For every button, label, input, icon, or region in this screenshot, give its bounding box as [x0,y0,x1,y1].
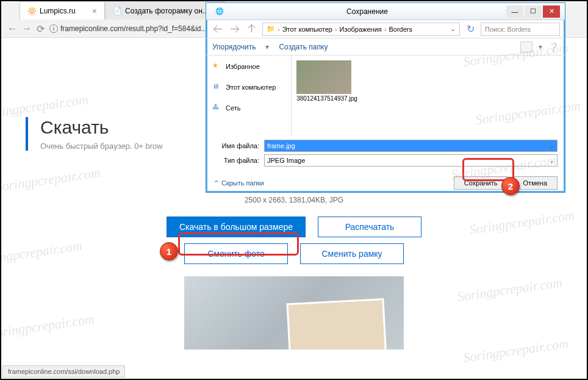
save-button[interactable]: Сохранить [454,176,508,190]
save-dialog: 🌐 Сохранение — ☐ ✕ 🡠 🡢 🡡 📁 › Этот компью… [206,2,565,193]
breadcrumb-item[interactable]: Borders [389,26,412,33]
result-preview-image [184,276,404,350]
filename-label: Имя файла: [213,142,259,149]
breadcrumb[interactable]: 📁 › Этот компьютер › Изображения › Borde… [262,23,460,36]
sidebar-item-favorites[interactable]: ★ Избранное [211,59,286,74]
minimize-icon[interactable]: — [506,5,523,18]
download-large-button[interactable]: Скачать в большом размере [167,217,306,237]
search-input[interactable]: Поиск: Borders [481,23,560,36]
dialog-titlebar: 🌐 Сохранение — ☐ ✕ [206,3,565,20]
dialog-sidebar: ★ Избранное 🖥 Этот компьютер 🖧 Сеть [206,56,292,136]
favicon-icon: 🔆 [27,7,36,15]
filetype-value: JPEG Image [267,157,305,164]
file-grid[interactable]: 380124137514937.jpg [292,56,565,136]
chevron-up-icon: ⌃ [213,179,219,187]
dialog-toolbar: Упорядочить▾ Создать папку ▾ ❔ [206,38,565,56]
sidebar-label: Этот компьютер [226,84,276,91]
maximize-icon[interactable]: ☐ [525,5,542,18]
url-text: framepiconline.com/result.php?id_f=584&i… [60,24,207,33]
result-meta: 2500 x 2663, 1381,04KB, JPG [26,196,562,204]
network-icon: 🖧 [212,103,222,113]
close-icon[interactable]: × [92,6,97,16]
reload-icon[interactable]: ⟳ [37,23,45,35]
breadcrumb-item[interactable]: Этот компьютер [282,26,332,33]
dialog-nav: 🡠 🡢 🡡 📁 › Этот компьютер › Изображения ›… [206,20,565,38]
up-icon[interactable]: 🡡 [245,23,259,36]
forward-icon[interactable]: → [22,23,32,34]
tab-title: Создать фоторамку он... [125,7,209,15]
annotation-marker-1: 1 [160,242,178,260]
organize-menu[interactable]: Упорядочить [212,43,256,51]
result-area: Рамка готова 2500 x 2663, 1381,04KB, JPG… [26,175,562,350]
filename-value: frame.jpg [267,142,295,149]
computer-icon: 🖥 [212,82,222,92]
breadcrumb-item[interactable]: Изображения [340,26,382,33]
change-frame-button[interactable]: Сменить рамку [300,243,404,264]
filetype-select[interactable]: JPEG Image ⌄ [264,154,558,167]
new-folder-button[interactable]: Создать папку [279,43,328,51]
sidebar-item-network[interactable]: 🖧 Сеть [211,101,286,115]
dialog-title: Сохранение [228,7,506,16]
filetype-label: Тип файла: [213,157,259,164]
favicon-icon: 📄 [113,7,121,15]
dialog-fields: Имя файла: frame.jpg ⌄ Тип файла: JPEG I… [206,136,565,173]
hide-folders-label: Скрыть папки [221,179,264,187]
annotation-marker-2: 2 [501,177,520,195]
sidebar-label: Избранное [226,63,260,70]
search-placeholder: Поиск: Borders [485,26,531,33]
refresh-icon[interactable]: ↻ [464,23,477,36]
tab-lumpics[interactable]: 🔆 Lumpics.ru × [20,1,105,20]
file-item[interactable]: 380124137514937.jpg [296,60,357,102]
print-button[interactable]: Распечатать [318,217,421,237]
view-mode-button[interactable] [520,41,532,52]
sidebar-item-this-pc[interactable]: 🖥 Этот компьютер [211,80,286,95]
close-icon[interactable]: ✕ [543,5,560,18]
forward-icon[interactable]: 🡢 [228,23,242,36]
status-bar: framepiconline.com/ssi/download.php [2,365,125,378]
hide-folders-toggle[interactable]: ⌃ Скрыть папки [213,179,264,187]
chevron-down-icon[interactable]: ⌄ [549,142,554,150]
back-icon[interactable]: 🡠 [211,23,224,36]
folder-icon: 📁 [267,25,275,33]
info-icon[interactable]: i [49,24,58,33]
change-photo-button[interactable]: Сменить фото [184,243,288,264]
filename-input[interactable]: frame.jpg ⌄ [264,140,558,152]
app-icon: 🌐 [211,5,228,18]
file-thumbnail [296,60,351,94]
sidebar-label: Сеть [226,104,240,112]
star-icon: ★ [212,62,222,71]
back-icon[interactable]: ← [7,23,17,34]
help-icon[interactable]: ❔ [548,42,559,52]
chevron-down-icon[interactable]: ⌄ [549,157,554,165]
dialog-body: ★ Избранное 🖥 Этот компьютер 🖧 Сеть 3801… [206,56,565,136]
file-name: 380124137514937.jpg [296,95,357,102]
tab-title: Lumpics.ru [40,7,76,15]
